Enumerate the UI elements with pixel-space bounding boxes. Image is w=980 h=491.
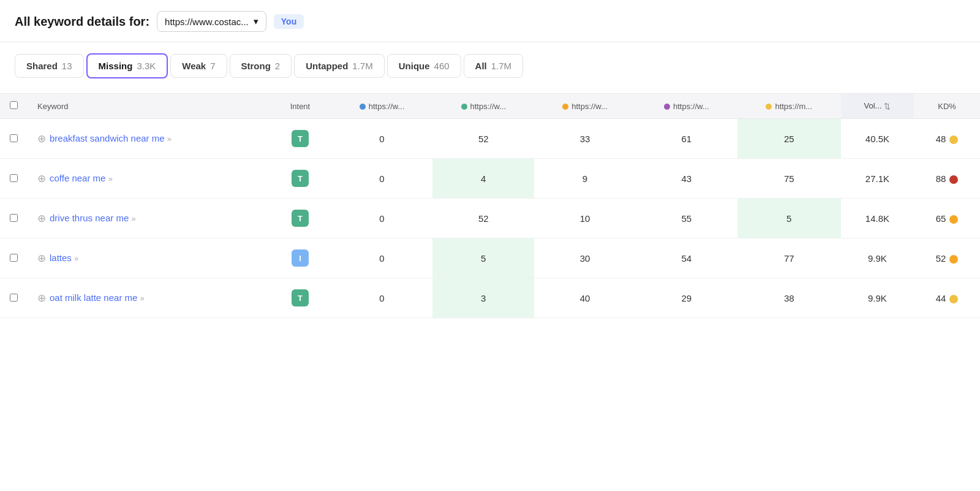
tab-label-missing: Missing: [99, 61, 133, 71]
kd-dot-2: [949, 215, 958, 224]
col3-cell-2: 10: [534, 199, 636, 238]
keyword-cell-0: ⊕ breakfast sandwich near me »: [28, 119, 269, 159]
table-row: ⊕ oat milk latte near me » T034029389.9K…: [0, 278, 980, 318]
tab-strong[interactable]: Strong2: [230, 54, 292, 78]
tab-label-strong: Strong: [241, 61, 271, 71]
filter-icon: ⇅: [884, 102, 891, 111]
tab-shared[interactable]: Shared13: [15, 54, 84, 78]
row-checkbox-0[interactable]: [0, 119, 28, 159]
tab-all[interactable]: All1.7M: [464, 54, 524, 78]
volume-cell-3: 9.9K: [841, 238, 914, 278]
col1-cell-0: 0: [331, 119, 433, 159]
keyword-cell-1: ⊕ coffe near me »: [28, 159, 269, 199]
keyword-link-2[interactable]: ⊕ drive thrus near me »: [37, 211, 259, 225]
col-header-col5: https://m...: [737, 94, 841, 119]
kd-cell-2: 65: [914, 199, 980, 238]
table-row: ⊕ coffe near me » T049437527.1K88: [0, 159, 980, 199]
add-keyword-icon-4[interactable]: ⊕: [37, 292, 46, 305]
intent-badge-1: T: [292, 170, 309, 187]
row-checkbox-input-2[interactable]: [10, 214, 18, 222]
col3-cell-3: 30: [534, 238, 636, 278]
col2-cell-0: 52: [432, 119, 534, 159]
col5-cell-0: 25: [737, 119, 841, 159]
col1-cell-1: 0: [331, 159, 433, 199]
row-checkbox-4[interactable]: [0, 278, 28, 318]
col-header-keyword: Keyword: [28, 94, 269, 119]
row-checkbox-3[interactable]: [0, 238, 28, 278]
keyword-link-1[interactable]: ⊕ coffe near me »: [37, 172, 259, 185]
tab-label-unique: Unique: [399, 61, 430, 71]
add-keyword-icon-0[interactable]: ⊕: [37, 132, 46, 145]
tab-untapped[interactable]: Untapped1.7M: [294, 54, 385, 78]
add-keyword-icon-3[interactable]: ⊕: [37, 252, 46, 265]
row-checkbox-input-3[interactable]: [10, 254, 18, 262]
kd-dot-4: [949, 295, 958, 303]
col2-cell-3: 5: [432, 238, 534, 278]
keyword-arrow-3: »: [74, 254, 78, 263]
col-dot-col3: [562, 104, 568, 110]
page-title: All keyword details for:: [15, 15, 149, 29]
col2-cell-2: 52: [432, 199, 534, 238]
col1-cell-3: 0: [331, 238, 433, 278]
you-badge: You: [274, 14, 304, 29]
row-checkbox-1[interactable]: [0, 159, 28, 199]
tab-missing[interactable]: Missing3.3K: [86, 53, 168, 78]
tab-label-shared: Shared: [26, 61, 58, 71]
url-label: https://www.costac...: [165, 17, 249, 27]
intent-cell-2: T: [269, 199, 331, 238]
col-header-vol[interactable]: Vol...⇅: [841, 94, 914, 119]
row-checkbox-input-0[interactable]: [10, 134, 18, 142]
table-row: ⊕ drive thrus near me » T0521055514.8K65: [0, 199, 980, 238]
intent-badge-0: T: [292, 130, 309, 147]
keyword-table-container: KeywordIntenthttps://w...https://w...htt…: [0, 78, 980, 318]
add-keyword-icon-2[interactable]: ⊕: [37, 212, 46, 225]
col4-cell-3: 54: [636, 238, 737, 278]
url-dropdown[interactable]: https://www.costac... ▾: [157, 11, 266, 32]
tab-weak[interactable]: Weak7: [170, 54, 227, 78]
col-header-col4: https://w...: [636, 94, 737, 119]
volume-cell-0: 40.5K: [841, 119, 914, 159]
tab-unique[interactable]: Unique460: [387, 54, 461, 78]
col-header-kd: KD%: [914, 94, 980, 119]
intent-badge-3: I: [292, 249, 309, 267]
kd-dot-3: [949, 255, 958, 264]
col5-cell-2: 5: [737, 199, 841, 238]
select-all-checkbox[interactable]: [10, 101, 18, 109]
keyword-cell-3: ⊕ lattes »: [28, 238, 269, 278]
chevron-down-icon: ▾: [254, 16, 258, 27]
page-header: All keyword details for: https://www.cos…: [0, 0, 980, 42]
col5-cell-1: 75: [737, 159, 841, 199]
keyword-text-3: lattes »: [50, 251, 78, 264]
keyword-link-0[interactable]: ⊕ breakfast sandwich near me »: [37, 132, 259, 145]
tab-count-untapped: 1.7M: [352, 61, 372, 71]
kd-cell-3: 52: [914, 238, 980, 278]
intent-badge-4: T: [292, 289, 309, 306]
kd-cell-1: 88: [914, 159, 980, 199]
keyword-text-1: coffe near me »: [50, 172, 113, 185]
add-keyword-icon-1[interactable]: ⊕: [37, 172, 46, 185]
col-header-intent: Intent: [269, 94, 331, 119]
intent-cell-0: T: [269, 119, 331, 159]
col-header-checkbox: [0, 94, 28, 119]
col-header-col1: https://w...: [331, 94, 433, 119]
row-checkbox-2[interactable]: [0, 199, 28, 238]
row-checkbox-input-4[interactable]: [10, 294, 18, 302]
col4-cell-1: 43: [636, 159, 737, 199]
row-checkbox-input-1[interactable]: [10, 174, 18, 182]
col4-cell-0: 61: [636, 119, 737, 159]
volume-cell-2: 14.8K: [841, 199, 914, 238]
intent-cell-3: I: [269, 238, 331, 278]
keyword-text-0: breakfast sandwich near me »: [50, 132, 172, 145]
keyword-cell-2: ⊕ drive thrus near me »: [28, 199, 269, 238]
volume-cell-1: 27.1K: [841, 159, 914, 199]
col2-cell-4: 3: [432, 278, 534, 318]
volume-cell-4: 9.9K: [841, 278, 914, 318]
col3-cell-1: 9: [534, 159, 636, 199]
intent-badge-2: T: [292, 210, 309, 227]
keyword-link-4[interactable]: ⊕ oat milk latte near me »: [37, 291, 259, 305]
keyword-table: KeywordIntenthttps://w...https://w...htt…: [0, 93, 980, 318]
col4-cell-4: 29: [636, 278, 737, 318]
keyword-link-3[interactable]: ⊕ lattes »: [37, 251, 259, 265]
keyword-text-2: drive thrus near me »: [50, 211, 136, 224]
tabs-container: Shared13Missing3.3KWeak7Strong2Untapped1…: [0, 42, 980, 78]
